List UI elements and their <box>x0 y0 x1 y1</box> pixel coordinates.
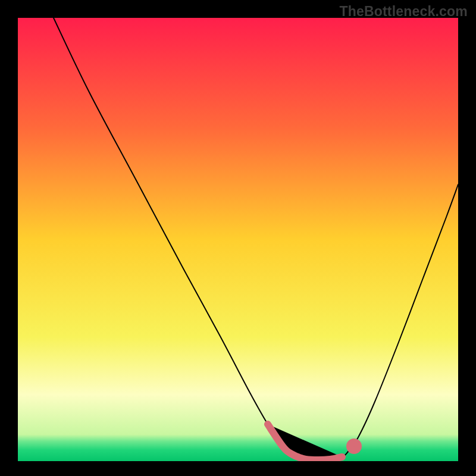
plot-svg <box>18 18 458 461</box>
plot-area <box>18 18 458 461</box>
highlight-dot <box>350 442 358 450</box>
chart-stage: TheBottleneck.com <box>0 0 476 476</box>
heatmap-background <box>18 18 458 461</box>
watermark-label: TheBottleneck.com <box>339 4 468 20</box>
